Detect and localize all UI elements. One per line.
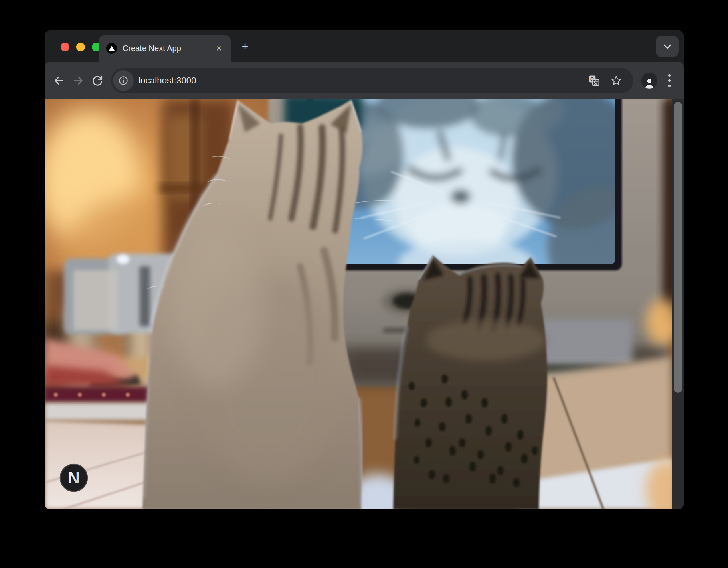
bookmark-star-button[interactable]	[609, 74, 623, 87]
site-info-button[interactable]	[113, 70, 134, 91]
arrow-left-icon	[53, 74, 65, 87]
kitten	[393, 255, 547, 509]
url-text[interactable]: localhost:3000	[138, 75, 578, 86]
close-window-button[interactable]	[61, 43, 69, 51]
chevron-down-icon	[662, 43, 673, 50]
tab-create-next-app[interactable]: Create Next App ✕	[99, 35, 231, 62]
browser-menu-button[interactable]	[661, 71, 677, 90]
google-translate-icon: G	[588, 75, 600, 87]
nextjs-logo-letter: N	[68, 468, 80, 487]
tab-title: Create Next App	[123, 44, 214, 53]
three-dot-menu-icon	[668, 73, 671, 88]
person-avatar-icon	[643, 77, 655, 89]
forward-button[interactable]	[69, 71, 88, 90]
minimize-window-button[interactable]	[76, 43, 85, 51]
profile-button[interactable]	[641, 73, 657, 89]
tab-strip: Create Next App ✕ +	[45, 30, 684, 62]
vertical-scrollbar-track[interactable]	[672, 99, 684, 509]
vercel-triangle-icon	[106, 43, 117, 54]
page-photo-cats-watching-tv: N	[45, 99, 672, 509]
reload-button[interactable]	[88, 71, 107, 90]
back-button[interactable]	[49, 71, 69, 90]
star-outline-icon	[610, 75, 622, 87]
reload-icon	[91, 74, 104, 87]
tab-close-icon[interactable]: ✕	[214, 43, 224, 54]
new-tab-button[interactable]: +	[237, 39, 253, 55]
vertical-scrollbar-thumb[interactable]	[674, 102, 682, 393]
translate-button[interactable]: G	[587, 74, 601, 87]
address-bar[interactable]: localhost:3000 G	[111, 68, 633, 93]
arrow-right-icon	[72, 74, 85, 87]
browser-toolbar: localhost:3000 G	[45, 62, 684, 99]
page-viewport: N	[45, 99, 684, 509]
info-icon	[118, 75, 129, 86]
traffic-lights	[61, 43, 101, 51]
nextjs-logo-badge[interactable]: N	[60, 464, 87, 491]
browser-window: Create Next App ✕ +	[45, 30, 684, 509]
tab-search-button[interactable]	[656, 36, 679, 57]
